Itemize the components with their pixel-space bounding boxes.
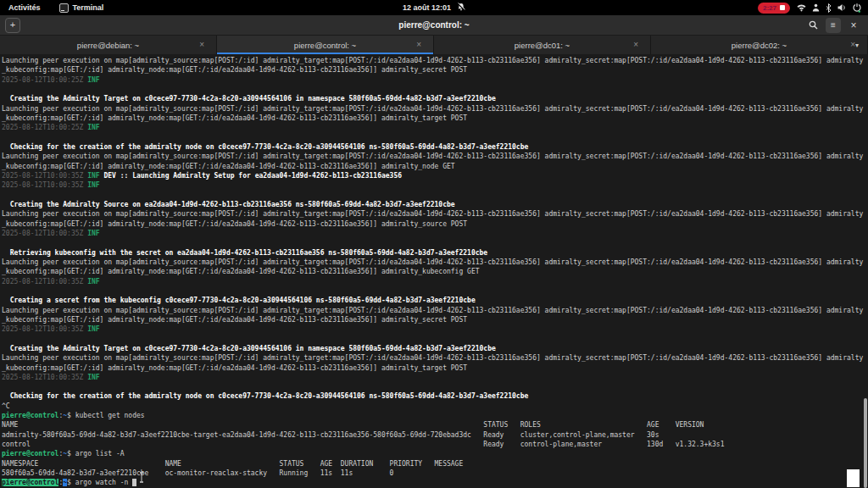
power-icon (853, 3, 861, 13)
terminal-line: _kubeconfig:map[GET:/:id] admiralty_node… (2, 363, 868, 373)
tab-pierre-control[interactable]: pierre@control: ~ × (217, 36, 434, 54)
overlay-white-box (847, 469, 860, 487)
tab-bar: pierre@debian: ~ × pierre@control: ~ × p… (0, 36, 868, 54)
terminal-line: pierre@control:~$ kubectl get nodes (2, 411, 868, 420)
wifi-icon (797, 3, 806, 12)
new-tab-button[interactable]: + (5, 18, 20, 33)
terminal-line: 2025-08-12T10:00:35Z INF (2, 373, 868, 382)
search-icon (809, 20, 818, 30)
terminal-line: 2025-08-12T10:00:35Z INF (2, 324, 868, 334)
terminal-line: 580f60a5-69dd-4a82-b3d7-a3eef2210cbe oc-… (2, 469, 868, 478)
terminal-line: Creating a secret from the kubeconfig c0… (2, 296, 868, 305)
terminal-line: 2025-08-12T10:00:25Z INF (2, 75, 868, 85)
volume-icon (837, 3, 847, 12)
tab-pierre-dc01[interactable]: pierre@dc01: ~ × (434, 36, 651, 54)
screen-recording-indicator[interactable]: 2:27 (758, 3, 790, 14)
tab-list-chevron-icon[interactable]: ▾ (849, 36, 865, 54)
terminal-app-icon (59, 3, 69, 13)
terminal-line: Launching peer execution on map[admiralt… (2, 258, 868, 267)
terminal-line: Checking for the creation of the admiral… (2, 391, 868, 401)
terminal-line (2, 286, 868, 296)
terminal-line: NAMESPACE NAME STATUS AGE DURATION PRIOR… (2, 459, 868, 469)
terminal-line: _kubeconfig:map[GET:/:id] admiralty_node… (2, 162, 868, 171)
terminal-line: 2025-08-12T10:00:35Z INF (2, 277, 868, 286)
terminal-line: _kubeconfig:map[GET:/:id] admiralty_node… (2, 267, 868, 276)
gnome-top-bar: Activités Terminal 12 août 12:01 2:27 (0, 0, 868, 15)
clock[interactable]: 12 août 12:01 (403, 3, 451, 12)
terminal-line: 2025-08-12T10:00:35Z INF (2, 229, 868, 238)
terminal-line: admiralty-580f60a5-69dd-4a82-b3d7-a3eef2… (2, 430, 868, 440)
terminal-line: Launching peer execution on map[admiralt… (2, 353, 868, 363)
system-status-area[interactable] (797, 3, 861, 13)
terminal-line: Checking for the creation of the admiral… (2, 142, 868, 152)
focused-app-label: Terminal (73, 3, 104, 12)
terminal-line: 2025-08-12T10:00:35Z INF DEV :: Launchin… (2, 171, 868, 180)
search-button[interactable] (805, 18, 821, 33)
terminal-screen[interactable]: Launching peer execution on map[admiralt… (0, 54, 868, 488)
terminal-line: 2025-08-12T10:00:25Z INF (2, 123, 868, 132)
terminal-line (2, 85, 868, 94)
recording-timer: 2:27 (763, 4, 776, 12)
terminal-line: 2025-08-12T10:00:35Z INF (2, 180, 868, 190)
terminal-line: Creating the Admiralty Target on c0cece9… (2, 344, 868, 353)
terminal-line (2, 191, 868, 200)
activities-button[interactable]: Activités (8, 3, 41, 12)
terminal-line: Creating the Admiralty Source on ea2daa0… (2, 200, 868, 209)
terminal-line: Launching peer execution on map[admiralt… (2, 209, 868, 219)
terminal-headerbar: + pierre@control: ~ ≡ × (0, 15, 868, 36)
tab-close-icon[interactable]: × (199, 41, 204, 49)
terminal-line: Launching peer execution on map[admiralt… (2, 104, 868, 114)
bluetooth-icon (826, 3, 832, 13)
terminal-line: pierre@control:~$ argo watch -n (2, 478, 868, 487)
desktop: Activités Terminal 12 août 12:01 2:27 (0, 0, 868, 488)
terminal-line: pierre@control:~$ argo list -A (2, 449, 868, 458)
terminal-line: Retrieving kubeconfig with the secret on… (2, 248, 868, 258)
terminal-line: _kubeconfig:map[GET:/:id] admiralty_node… (2, 114, 868, 123)
terminal-line: _kubeconfig:map[GET:/:id] admiralty_node… (2, 219, 868, 229)
terminal-line: NAME STATUS ROLES AGE VERSION (2, 420, 868, 430)
tab-pierre-debian[interactable]: pierre@debian: ~ × (0, 36, 217, 54)
mouse-cursor-ibeam (138, 471, 145, 486)
bell-muted-icon (457, 3, 465, 13)
terminal-line: ^C (2, 402, 868, 411)
user-privacy-icon (812, 3, 820, 12)
stop-recording-icon (780, 5, 785, 10)
tab-label: pierre@dc01: ~ (515, 41, 570, 50)
window-close-button[interactable]: × (846, 18, 861, 33)
tab-close-icon[interactable]: × (416, 41, 421, 49)
tab-pierre-dc02[interactable]: pierre@dc02: ~ × (651, 36, 868, 54)
menu-button[interactable]: ≡ (826, 18, 841, 33)
tab-label: pierre@debian: ~ (77, 41, 139, 50)
terminal-line: control Ready control-plane,master 130d … (2, 440, 868, 449)
tab-close-icon[interactable]: × (633, 41, 638, 49)
terminal-scrollbar-thumb[interactable] (864, 398, 867, 488)
tab-label: pierre@control: ~ (294, 41, 356, 50)
terminal-line (2, 133, 868, 142)
terminal-line: Creating the Admiralty Target on c0cece9… (2, 94, 868, 103)
terminal-line (2, 238, 868, 247)
terminal-line: Launching peer execution on map[admiralt… (2, 306, 868, 315)
terminal-line (2, 382, 868, 391)
terminal-line (2, 335, 868, 344)
terminal-line: _kubeconfig:map[GET:/:id] admiralty_node… (2, 315, 868, 324)
terminal-line: Launching peer execution on map[admiralt… (2, 152, 868, 161)
terminal-line: Launching peer execution on map[admiralt… (2, 56, 868, 65)
window-title: pierre@control: ~ (0, 20, 868, 30)
terminal-line: _kubeconfig:map[GET:/:id] admiralty_node… (2, 65, 868, 75)
focused-app-menu[interactable]: Terminal (59, 3, 104, 13)
tab-label: pierre@dc02: ~ (732, 41, 787, 50)
